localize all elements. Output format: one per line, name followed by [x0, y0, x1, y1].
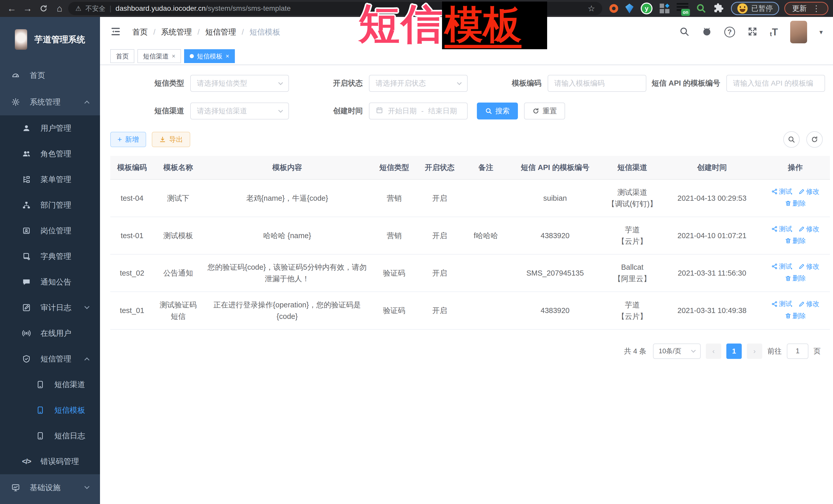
test-link[interactable]: 测试 — [771, 224, 792, 234]
ext-list-on-icon[interactable]: on — [676, 3, 689, 14]
insecure-label: 不安全 — [86, 4, 105, 13]
delete-link[interactable]: 删除 — [785, 273, 806, 283]
sidebar-item-online-users[interactable]: 在线用户 — [0, 320, 100, 346]
ext-donut-icon[interactable] — [610, 4, 618, 13]
page-number-1[interactable]: 1 — [727, 343, 742, 359]
sidebar-item-sms-template[interactable]: 短信模板 — [0, 398, 100, 423]
edit-link[interactable]: 修改 — [799, 186, 819, 197]
breadcrumb-sms[interactable]: 短信管理 — [205, 27, 236, 38]
close-icon[interactable]: × — [225, 52, 229, 60]
profile-avatar-emoji — [737, 3, 747, 14]
api-template-id-input[interactable] — [727, 75, 825, 92]
tab-sms-channel[interactable]: 短信渠道 × — [137, 49, 181, 63]
edit-link[interactable]: 修改 — [799, 261, 819, 271]
close-icon[interactable]: × — [172, 52, 175, 60]
address-divider: | — [110, 4, 111, 13]
font-size-icon[interactable]: tT — [770, 27, 778, 38]
download-icon — [159, 136, 166, 143]
goto-page-input[interactable] — [787, 343, 808, 359]
help-icon[interactable]: ? — [724, 27, 735, 38]
delete-link[interactable]: 删除 — [785, 236, 806, 246]
sidebar-group-system[interactable]: 系统管理 — [0, 89, 100, 115]
sidebar-item-menus[interactable]: 菜单管理 — [0, 167, 100, 192]
sidebar-item-sms-channel[interactable]: 短信渠道 — [0, 372, 100, 398]
tab-home[interactable]: 首页 — [110, 49, 134, 63]
sidebar-item-roles[interactable]: 角色管理 — [0, 141, 100, 167]
sidebar-item-departments[interactable]: 部门管理 — [0, 192, 100, 218]
sidebar-group-audit-log[interactable]: 审计日志 — [0, 295, 100, 320]
col-status: 开启状态 — [416, 156, 463, 179]
col-template-content: 模板内容 — [203, 156, 372, 179]
user-avatar[interactable] — [790, 21, 807, 43]
page-size-select[interactable]: 10条/页 — [653, 343, 701, 359]
sidebar-item-users[interactable]: 用户管理 — [0, 115, 100, 141]
col-actions: 操作 — [761, 156, 830, 179]
address-bar[interactable]: ⚠ 不安全 | dashboard.yudao.iocoder.cn/syste… — [68, 2, 602, 15]
header-actions: ? tT ▾ — [679, 21, 823, 43]
bookmark-star-icon[interactable]: ☆ — [588, 4, 595, 13]
tab-sms-template[interactable]: 短信模板 × — [184, 49, 235, 63]
test-link[interactable]: 测试 — [771, 186, 792, 197]
add-button[interactable]: + 新增 — [110, 132, 146, 147]
chevron-down-icon — [85, 484, 90, 489]
sidebar-collapse-icon[interactable] — [110, 26, 121, 38]
ext-magnifier-icon[interactable] — [696, 3, 706, 14]
github-icon[interactable] — [702, 26, 712, 38]
sidebar-group-sms[interactable]: 短信管理 — [0, 346, 100, 372]
pagination: 共 4 条 10条/页 ‹ 1 › 前往 页 — [110, 343, 830, 359]
browser-home-icon[interactable]: ⌂ — [52, 1, 67, 16]
table-header-row: 模板编码 模板名称 模板内容 短信类型 开启状态 备注 短信 API 的模板编号… — [110, 156, 830, 179]
edit-link[interactable]: 修改 — [799, 224, 819, 234]
breadcrumb-home[interactable]: 首页 — [132, 27, 148, 38]
sidebar-group-infrastructure[interactable]: 基础设施 — [0, 474, 100, 501]
profile-paused-chip[interactable]: 已暂停 — [731, 2, 779, 15]
sms-type-select[interactable]: 请选择短信类型 — [190, 75, 289, 92]
browser-forward-icon[interactable]: → — [21, 1, 35, 16]
browser-update-button[interactable]: 更新 ⋮ — [784, 2, 828, 15]
tab-bar: 首页 短信渠道 × 短信模板 × — [100, 47, 833, 65]
sidebar-item-home[interactable]: 首页 — [0, 62, 100, 89]
breadcrumb-system[interactable]: 系统管理 — [161, 27, 192, 38]
browser-menu-kebab-icon[interactable]: ⋮ — [812, 4, 820, 13]
sidebar-item-dict[interactable]: 字典管理 — [0, 243, 100, 269]
browser-back-icon[interactable]: ← — [5, 1, 19, 16]
toggle-search-button[interactable] — [783, 131, 800, 148]
filter-api-template-id: 短信 API 的模板编号 — [646, 75, 825, 92]
channel-select[interactable]: 请选择短信渠道 — [190, 102, 289, 119]
ext-gem-icon[interactable] — [625, 4, 634, 13]
sidebar-item-notices[interactable]: 通知公告 — [0, 269, 100, 295]
avatar-caret-icon[interactable]: ▾ — [819, 28, 823, 36]
date-range-picker[interactable]: 开始日期 - 结束日期 — [369, 102, 468, 119]
refresh-button[interactable] — [806, 131, 823, 148]
search-button[interactable]: 搜索 — [477, 102, 518, 119]
sidebar-item-posts[interactable]: 岗位管理 — [0, 218, 100, 243]
reset-button[interactable]: 重置 — [524, 102, 565, 119]
edit-link[interactable]: 修改 — [799, 299, 819, 309]
next-page-button[interactable]: › — [747, 343, 762, 359]
template-code-input[interactable] — [548, 75, 646, 92]
plus-icon: + — [117, 136, 122, 143]
chevron-down-icon — [278, 80, 283, 85]
delete-link[interactable]: 删除 — [785, 198, 806, 209]
table-row: test_01 测试验证码短信 正在进行登录操作{operation}，您的验证… — [110, 292, 830, 329]
signal-icon — [22, 329, 31, 338]
chevron-down-icon — [457, 80, 461, 85]
fullscreen-icon[interactable] — [747, 26, 758, 38]
delete-link[interactable]: 删除 — [785, 311, 806, 321]
test-link[interactable]: 测试 — [771, 299, 792, 309]
filter-template-code: 模板编码 — [468, 75, 646, 92]
filter-create-time: 创建时间 开始日期 - 结束日期 — [289, 102, 468, 119]
status-select[interactable]: 请选择开启状态 — [369, 75, 468, 92]
ext-grid-icon[interactable] — [660, 4, 669, 13]
export-button[interactable]: 导出 — [152, 132, 190, 147]
sidebar-logo-row[interactable]: 芋道管理系统 — [0, 17, 100, 62]
browser-reload-icon[interactable] — [37, 1, 51, 16]
sidebar-item-error-codes[interactable]: </> 错误码管理 — [0, 449, 100, 474]
edit-pencil-icon — [799, 188, 805, 195]
ext-y-icon[interactable]: y — [641, 3, 652, 14]
test-link[interactable]: 测试 — [771, 261, 792, 271]
search-icon[interactable] — [679, 26, 689, 38]
sidebar-item-sms-log[interactable]: 短信日志 — [0, 423, 100, 449]
prev-page-button[interactable]: ‹ — [706, 343, 721, 359]
extensions-puzzle-icon[interactable] — [714, 3, 724, 14]
